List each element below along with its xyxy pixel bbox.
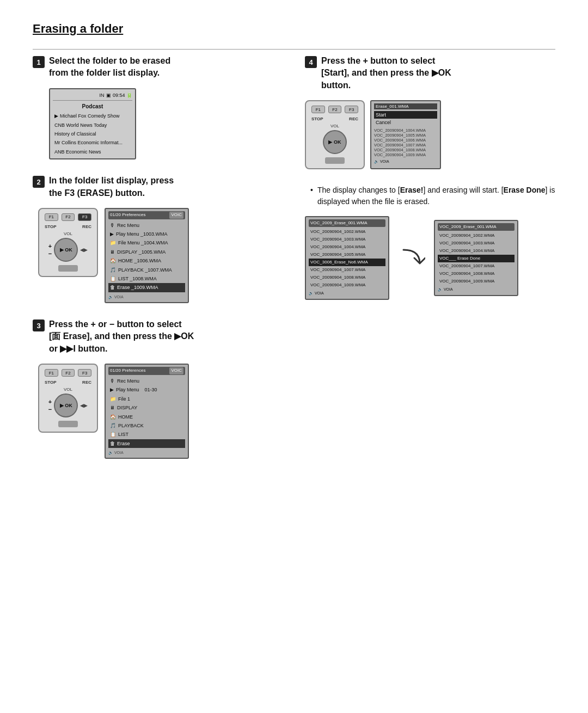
step4-rec: REC <box>349 116 358 121</box>
erase-after-1: VOC_20090904_1002.WMA <box>438 232 514 239</box>
step3-menu-header: 01/20 Preferences VOIC <box>108 367 185 375</box>
menu-header-text: 01/20 Preferences <box>110 212 145 219</box>
arrow-area <box>398 244 425 272</box>
erase-after-7: VOC_20090904_1009.WMA <box>438 278 514 285</box>
plus-sign: + <box>48 243 52 249</box>
s3-erase-label: Erase <box>117 440 130 447</box>
step3-list: 📋LIST <box>108 430 185 439</box>
sc-cancel: Cancel <box>374 119 437 126</box>
step3-bottom-btn[interactable] <box>58 421 78 427</box>
step4-heading: 4 Press the + button to select[Start], a… <box>305 55 555 91</box>
step2-number: 2 <box>33 176 45 188</box>
step3-file: 📁File 1 <box>108 395 185 403</box>
minus-sign: − <box>48 250 52 257</box>
erase-item-7: VOC_20090904_1008.WMA <box>309 274 385 281</box>
note-text: The display changes to [Erase!] and eras… <box>317 185 555 207</box>
step3-vol: VOL <box>64 387 72 392</box>
step3-f2[interactable]: F2 <box>62 369 75 377</box>
step1-text: Select the folder to be erasedfrom the f… <box>49 55 170 79</box>
erase-item-1: VOC_20090904_1002.WMA <box>309 228 385 236</box>
step4-text: Press the + button to select[Start], and… <box>321 55 451 91</box>
step3-play: ▶Play Menu 01-30 <box>108 385 185 394</box>
bottom-button[interactable] <box>58 265 78 272</box>
page-title: Erasing a folder <box>33 22 555 36</box>
display-icon: 🖥 <box>110 248 115 256</box>
erase-after-6: VOC_20090904_1008.WMA <box>438 270 514 278</box>
s3-display-label: DISPLAY <box>117 404 137 411</box>
menu-item-playback: 🎵PLAYBACK _1007.WMA <box>108 266 185 274</box>
file-icon: 📁 <box>110 239 116 247</box>
s3-file-icon: 📁 <box>110 395 116 403</box>
s3-erase-icon: 🗑 <box>110 440 115 447</box>
f3-button[interactable]: F3 <box>78 213 91 221</box>
step4-stop: STOP <box>311 116 323 121</box>
stop-rec-row: STOP REC <box>45 224 91 229</box>
folder-item-playing: ▶ Michael Fox Comedy Show <box>53 112 132 120</box>
sc-list: VOC_20090904_1004.WMA VOC_20090904_1005.… <box>374 128 437 157</box>
erase-before-header: VOC_2009_Erase_001.WMA <box>309 219 385 227</box>
step3-nav-row: + − ▶ OK ◀▶ <box>48 394 88 417</box>
sc-footer: 🔊 VOIA <box>374 159 437 164</box>
step4-f2[interactable]: F2 <box>328 106 342 113</box>
nav-row: + − ▶ OK ◀▶ <box>48 238 88 262</box>
step2-recorder: F1 F2 F3 STOP REC VOL + − <box>38 208 98 277</box>
step2-section: 2 In the folder list display, pressthe F… <box>33 175 283 303</box>
rec-label: REC <box>82 224 91 229</box>
rec-icon: 🎙 <box>110 222 115 229</box>
sc-list-6: VOC_20090904_1009.WMA <box>374 152 437 157</box>
step3-f3[interactable]: F3 <box>78 369 91 377</box>
step2-heading: 2 In the folder list display, pressthe F… <box>33 175 283 199</box>
menu-item-display: 🖥DISPLAY _1005.WMA <box>108 248 185 256</box>
ok-button[interactable]: ▶ OK <box>54 238 78 262</box>
display-label: DISPLAY _1005.WMA <box>117 248 166 256</box>
s3-list-icon: 📋 <box>110 431 116 438</box>
step1-number: 1 <box>33 56 45 68</box>
menu-item-list: 📋LIST _1008.WMA <box>108 274 185 283</box>
step1-screen-header: IN ▣ 09:54 🔋 <box>53 91 132 101</box>
sc-list-4: VOC_20090904_1007.WMA <box>374 143 437 147</box>
f-buttons-row: F1 F2 F3 <box>45 213 91 221</box>
step3-section: 3 Press the + or − button to select[面 Er… <box>33 318 283 459</box>
step4-bottom-btn[interactable] <box>325 157 345 164</box>
menu-footer: 🔊 VOIA <box>108 294 185 300</box>
step3-arrow: ◀▶ <box>80 403 88 408</box>
playback-label: PLAYBACK _1007.WMA <box>118 266 172 274</box>
play-menu-label: Play Menu _1003.WMA <box>116 230 168 238</box>
step4-section: 4 Press the + button to select[Start], a… <box>305 55 555 169</box>
step3-home: 🏠HOME <box>108 413 185 421</box>
sc-list-1: VOC_20090904_1004.WMA <box>374 128 437 133</box>
s3-file-label: File 1 <box>118 395 136 403</box>
step3-ok[interactable]: ▶ OK <box>54 394 78 417</box>
sc-list-2: VOC_20090904_1005.WMA <box>374 133 437 138</box>
plus-minus: + − <box>48 243 52 257</box>
folder-item-2: CNB World News Today <box>53 121 132 130</box>
step1-heading: 1 Select the folder to be erasedfrom the… <box>33 55 283 79</box>
step2-text: In the folder list display, pressthe F3 … <box>49 175 174 199</box>
nav-area: VOL + − ▶ OK ◀▶ <box>48 231 88 272</box>
s3-rec-icon: 🎙 <box>110 377 115 385</box>
step4-f3[interactable]: F3 <box>345 106 358 113</box>
step3-stop-rec: STOP REC <box>45 380 91 385</box>
screen-in-label: IN <box>99 91 104 99</box>
step4-f1[interactable]: F1 <box>311 106 325 113</box>
playback-icon: 🎵 <box>110 266 116 274</box>
f1-button[interactable]: F1 <box>45 213 58 221</box>
right-arrow: ◀▶ <box>80 247 88 253</box>
erase-item-5: VOC_3006_Erase_No6.WMA <box>309 259 385 266</box>
step3-rec: 🎙Rec Menu <box>108 377 185 385</box>
f2-button[interactable]: F2 <box>62 213 75 221</box>
s3-playback-label: PLAYBACK <box>118 422 144 429</box>
step4-screens: F1 F2 F3 STOP REC VOL ▶ OK <box>305 100 555 169</box>
erase-item-8: VOC_20090904_1009.WMA <box>309 281 385 289</box>
file-menu-label: File Menu _1004.WMA <box>118 239 168 247</box>
step3-menu-screen: 01/20 Preferences VOIC 🎙Rec Menu ▶Play M… <box>105 364 189 459</box>
step4-ok[interactable]: ▶ OK <box>323 130 347 154</box>
step3-f1[interactable]: F1 <box>45 369 58 377</box>
step4-stop-rec: STOP REC <box>311 116 358 121</box>
step4-f-buttons: F1 F2 F3 <box>311 106 358 113</box>
s3-home-label: HOME <box>118 413 133 421</box>
step4-number: 4 <box>305 56 317 68</box>
s3-home-icon: 🏠 <box>110 413 116 421</box>
erase-after-3: VOC_20090904_1004.WMA <box>438 247 514 255</box>
erase-label: Erase _1009.WMA <box>117 284 158 291</box>
